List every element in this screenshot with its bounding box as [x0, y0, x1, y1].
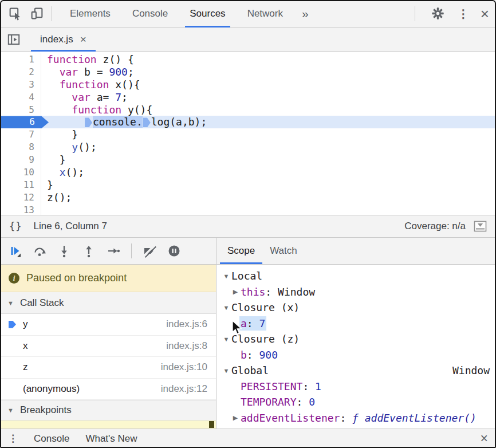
line-number[interactable]: 13: [0, 204, 41, 215]
inspect-element-icon[interactable]: [7, 6, 23, 22]
variable-entry: this: Window: [241, 286, 315, 298]
drawer-tab-console[interactable]: Console: [34, 433, 69, 445]
variable-entry: Closure (x): [231, 301, 300, 313]
scope-section-global[interactable]: ▼GlobalWindow: [216, 363, 496, 379]
sidebar-tab-watch[interactable]: Watch: [262, 238, 305, 264]
line-number[interactable]: 3: [0, 78, 41, 91]
frame-location[interactable]: index.js:10: [161, 361, 207, 373]
panel-tab-elements[interactable]: Elements: [59, 0, 121, 27]
stack-frame-x[interactable]: xindex.js:8: [0, 336, 216, 357]
step-icon[interactable]: [107, 244, 120, 258]
close-drawer-icon[interactable]: ×: [481, 432, 488, 445]
pretty-print-icon[interactable]: {}: [9, 221, 22, 232]
code-line-12[interactable]: 12z();: [0, 191, 496, 204]
variable-entry: PERSISTENT: 1: [241, 380, 321, 392]
scope-variable-temporary[interactable]: TEMPORARY: 0: [216, 394, 496, 410]
chevron-right-icon[interactable]: ▶: [230, 288, 241, 296]
scope-section-local[interactable]: ▼Local: [216, 268, 496, 284]
line-number[interactable]: 9: [0, 154, 41, 166]
sidebar-tab-scope[interactable]: Scope: [220, 238, 262, 264]
code-editor[interactable]: 1function z() {2 var b = 900;3 function …: [0, 52, 496, 215]
scope-variable-b[interactable]: b: 900: [216, 347, 496, 363]
stack-frame-z[interactable]: zindex.js:10: [0, 357, 216, 379]
deactivate-breakpoints-icon[interactable]: [143, 244, 156, 258]
line-number[interactable]: 8: [0, 141, 41, 154]
line-number[interactable]: 12: [0, 191, 41, 204]
code-line-5[interactable]: 5 function y(){: [0, 104, 496, 116]
scope-variable-addeventlistener[interactable]: ▶addEventListener: ƒ addEventListener(): [216, 410, 496, 426]
variable-value: 7: [259, 317, 266, 329]
pause-on-exceptions-icon[interactable]: [167, 244, 181, 258]
breakpoint-line-marker[interactable]: 6: [0, 116, 49, 128]
call-stack-title: Call Stack: [20, 297, 64, 309]
code-line-8[interactable]: 8 y();: [0, 141, 496, 154]
variable-entry: Local: [231, 270, 262, 282]
scope-variable-a[interactable]: a: 7: [216, 316, 496, 332]
code-line-2[interactable]: 2 var b = 900;: [0, 66, 496, 78]
panel-tab-console[interactable]: Console: [121, 0, 179, 27]
code-line-9[interactable]: 9 }: [0, 154, 496, 166]
frame-location[interactable]: index.js:6: [166, 319, 207, 330]
code-line-10[interactable]: 10 x();: [0, 166, 496, 179]
step-into-icon[interactable]: [57, 244, 71, 258]
line-number[interactable]: 1: [0, 53, 41, 66]
scope-variable-this[interactable]: ▶this: Window: [216, 284, 496, 300]
drawer-tab-what-s-new[interactable]: What's New: [85, 433, 137, 445]
chevron-down-icon[interactable]: ▼: [221, 273, 231, 280]
step-out-icon[interactable]: [82, 244, 96, 258]
code-line-4[interactable]: 4 var a= 7;: [0, 91, 496, 104]
drawer-bar: ⋮ ConsoleWhat's New ×: [0, 429, 496, 448]
scope-section-closure-z[interactable]: ▼Closure (z): [216, 331, 496, 347]
panel-tab-sources[interactable]: Sources: [179, 0, 236, 27]
step-over-icon[interactable]: [33, 244, 46, 258]
chevron-down-icon: ▼: [7, 407, 14, 414]
chevron-down-icon[interactable]: ▼: [221, 304, 231, 311]
close-file-tab-icon[interactable]: ×: [80, 33, 86, 46]
resume-script-icon[interactable]: [8, 244, 22, 258]
scope-name: Global: [231, 364, 269, 376]
settings-gear-icon[interactable]: [430, 6, 446, 22]
code-line-11[interactable]: 11}: [0, 179, 496, 191]
chevron-down-icon[interactable]: ▼: [221, 336, 231, 343]
line-number[interactable]: 11: [0, 179, 41, 191]
scope-name: Closure (x): [231, 301, 300, 313]
code-line-6[interactable]: 6 console.log(a,b);: [0, 116, 496, 128]
coverage-status: Coverage: n/a: [404, 221, 466, 232]
main-toolbar: ElementsConsoleSourcesNetwork »: [0, 0, 496, 27]
breakpoint-entry[interactable]: [0, 421, 216, 429]
line-number[interactable]: 4: [0, 91, 41, 104]
toolbar-divider: [415, 6, 415, 21]
navigator-toggle-icon[interactable]: [6, 32, 22, 48]
scope-section-closure-x[interactable]: ▼Closure (x): [216, 300, 496, 316]
debugger-toolbar: [0, 238, 216, 265]
panel-tab-network[interactable]: Network: [237, 0, 294, 27]
frame-location[interactable]: index.js:12: [161, 383, 207, 395]
code-line-7[interactable]: 7 }: [0, 128, 496, 141]
call-stack-header[interactable]: ▼ Call Stack: [0, 292, 216, 314]
variable-entry: addEventListener: ƒ addEventListener(): [241, 412, 477, 424]
chevron-down-icon[interactable]: ▼: [221, 367, 231, 374]
drawer-menu-icon[interactable]: ⋮: [8, 433, 18, 445]
device-toolbar-icon[interactable]: [29, 6, 45, 22]
scope-variable-persistent[interactable]: PERSISTENT: 1: [216, 379, 496, 395]
cursor-position: Line 6, Column 7: [33, 221, 107, 232]
file-tab-indexjs[interactable]: index.js ×: [31, 27, 96, 52]
more-options-icon[interactable]: ⋮: [458, 7, 469, 21]
line-number[interactable]: 5: [0, 104, 41, 116]
stack-frame-anonymous[interactable]: (anonymous)index.js:12: [0, 379, 216, 400]
code-line-13[interactable]: 13: [0, 204, 496, 215]
variable-entry: TEMPORARY: 0: [241, 396, 315, 408]
variable-entry: Global: [231, 364, 269, 376]
chevron-right-icon[interactable]: ▶: [230, 414, 241, 422]
line-number[interactable]: 7: [0, 128, 41, 141]
breakpoints-header[interactable]: ▼ Breakpoints: [0, 400, 216, 421]
line-number[interactable]: 10: [0, 166, 41, 179]
frame-location[interactable]: index.js:8: [166, 340, 207, 352]
stack-frame-y[interactable]: yindex.js:6: [0, 314, 216, 336]
code-line-1[interactable]: 1function z() {: [0, 53, 496, 66]
more-panels-button[interactable]: »: [294, 1, 317, 27]
code-line-3[interactable]: 3 function x(){: [0, 78, 496, 91]
line-number[interactable]: 2: [0, 66, 41, 78]
close-devtools-button[interactable]: ×: [481, 6, 489, 21]
coverage-panel-icon[interactable]: [474, 221, 487, 233]
